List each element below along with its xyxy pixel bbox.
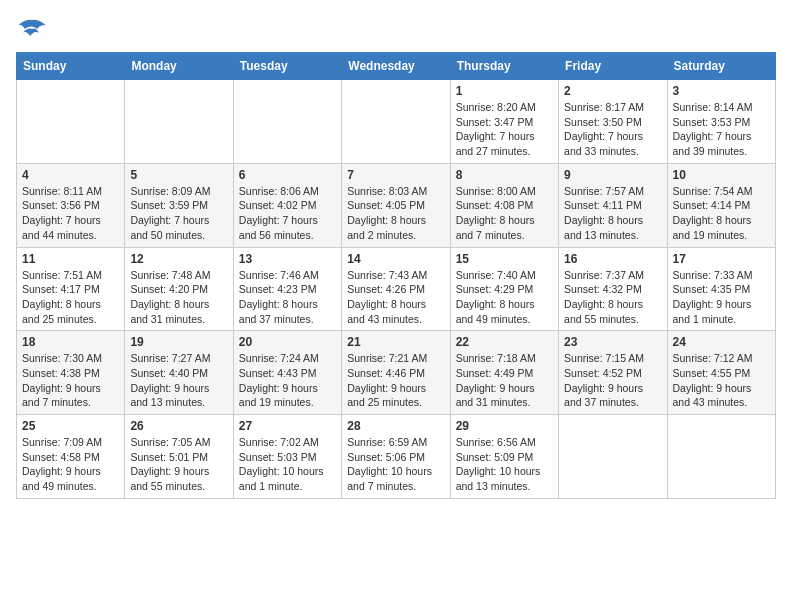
day-number: 9: [564, 168, 661, 182]
day-info: Sunrise: 6:59 AM Sunset: 5:06 PM Dayligh…: [347, 435, 444, 494]
day-info: Sunrise: 7:48 AM Sunset: 4:20 PM Dayligh…: [130, 268, 227, 327]
weekday-header-monday: Monday: [125, 53, 233, 80]
calendar-cell: 19Sunrise: 7:27 AM Sunset: 4:40 PM Dayli…: [125, 331, 233, 415]
day-info: Sunrise: 7:15 AM Sunset: 4:52 PM Dayligh…: [564, 351, 661, 410]
day-number: 10: [673, 168, 770, 182]
calendar-cell: 11Sunrise: 7:51 AM Sunset: 4:17 PM Dayli…: [17, 247, 125, 331]
day-number: 14: [347, 252, 444, 266]
day-info: Sunrise: 7:57 AM Sunset: 4:11 PM Dayligh…: [564, 184, 661, 243]
calendar-cell: [125, 80, 233, 164]
day-info: Sunrise: 8:09 AM Sunset: 3:59 PM Dayligh…: [130, 184, 227, 243]
calendar-cell: 21Sunrise: 7:21 AM Sunset: 4:46 PM Dayli…: [342, 331, 450, 415]
weekday-header-wednesday: Wednesday: [342, 53, 450, 80]
day-info: Sunrise: 7:24 AM Sunset: 4:43 PM Dayligh…: [239, 351, 336, 410]
page-header: [16, 16, 776, 44]
calendar-cell: 15Sunrise: 7:40 AM Sunset: 4:29 PM Dayli…: [450, 247, 558, 331]
day-number: 26: [130, 419, 227, 433]
day-number: 5: [130, 168, 227, 182]
weekday-header-row: SundayMondayTuesdayWednesdayThursdayFrid…: [17, 53, 776, 80]
day-number: 24: [673, 335, 770, 349]
day-info: Sunrise: 7:05 AM Sunset: 5:01 PM Dayligh…: [130, 435, 227, 494]
day-info: Sunrise: 8:06 AM Sunset: 4:02 PM Dayligh…: [239, 184, 336, 243]
calendar-cell: 23Sunrise: 7:15 AM Sunset: 4:52 PM Dayli…: [559, 331, 667, 415]
day-number: 4: [22, 168, 119, 182]
day-number: 20: [239, 335, 336, 349]
weekday-header-saturday: Saturday: [667, 53, 775, 80]
day-number: 2: [564, 84, 661, 98]
day-info: Sunrise: 7:12 AM Sunset: 4:55 PM Dayligh…: [673, 351, 770, 410]
calendar-cell: 2Sunrise: 8:17 AM Sunset: 3:50 PM Daylig…: [559, 80, 667, 164]
calendar-cell: 12Sunrise: 7:48 AM Sunset: 4:20 PM Dayli…: [125, 247, 233, 331]
day-number: 28: [347, 419, 444, 433]
calendar-cell: 7Sunrise: 8:03 AM Sunset: 4:05 PM Daylig…: [342, 163, 450, 247]
calendar-cell: 20Sunrise: 7:24 AM Sunset: 4:43 PM Dayli…: [233, 331, 341, 415]
day-info: Sunrise: 7:09 AM Sunset: 4:58 PM Dayligh…: [22, 435, 119, 494]
day-info: Sunrise: 8:20 AM Sunset: 3:47 PM Dayligh…: [456, 100, 553, 159]
calendar-cell: 24Sunrise: 7:12 AM Sunset: 4:55 PM Dayli…: [667, 331, 775, 415]
calendar-week-row: 4Sunrise: 8:11 AM Sunset: 3:56 PM Daylig…: [17, 163, 776, 247]
day-number: 6: [239, 168, 336, 182]
calendar-cell: 13Sunrise: 7:46 AM Sunset: 4:23 PM Dayli…: [233, 247, 341, 331]
day-number: 3: [673, 84, 770, 98]
day-number: 16: [564, 252, 661, 266]
calendar-cell: [342, 80, 450, 164]
calendar-cell: 6Sunrise: 8:06 AM Sunset: 4:02 PM Daylig…: [233, 163, 341, 247]
calendar-cell: [233, 80, 341, 164]
day-number: 11: [22, 252, 119, 266]
day-info: Sunrise: 7:18 AM Sunset: 4:49 PM Dayligh…: [456, 351, 553, 410]
logo: [16, 16, 52, 44]
logo-icon: [16, 16, 48, 44]
day-info: Sunrise: 8:17 AM Sunset: 3:50 PM Dayligh…: [564, 100, 661, 159]
calendar-week-row: 25Sunrise: 7:09 AM Sunset: 4:58 PM Dayli…: [17, 415, 776, 499]
calendar-cell: 18Sunrise: 7:30 AM Sunset: 4:38 PM Dayli…: [17, 331, 125, 415]
day-number: 18: [22, 335, 119, 349]
calendar-cell: 1Sunrise: 8:20 AM Sunset: 3:47 PM Daylig…: [450, 80, 558, 164]
calendar-cell: [667, 415, 775, 499]
day-info: Sunrise: 7:43 AM Sunset: 4:26 PM Dayligh…: [347, 268, 444, 327]
calendar-cell: [559, 415, 667, 499]
day-info: Sunrise: 7:37 AM Sunset: 4:32 PM Dayligh…: [564, 268, 661, 327]
day-number: 17: [673, 252, 770, 266]
day-info: Sunrise: 7:02 AM Sunset: 5:03 PM Dayligh…: [239, 435, 336, 494]
day-number: 8: [456, 168, 553, 182]
day-number: 12: [130, 252, 227, 266]
day-number: 21: [347, 335, 444, 349]
calendar-cell: 4Sunrise: 8:11 AM Sunset: 3:56 PM Daylig…: [17, 163, 125, 247]
day-number: 7: [347, 168, 444, 182]
calendar-cell: 25Sunrise: 7:09 AM Sunset: 4:58 PM Dayli…: [17, 415, 125, 499]
day-info: Sunrise: 7:30 AM Sunset: 4:38 PM Dayligh…: [22, 351, 119, 410]
day-info: Sunrise: 6:56 AM Sunset: 5:09 PM Dayligh…: [456, 435, 553, 494]
calendar-cell: 29Sunrise: 6:56 AM Sunset: 5:09 PM Dayli…: [450, 415, 558, 499]
day-number: 25: [22, 419, 119, 433]
calendar-cell: 27Sunrise: 7:02 AM Sunset: 5:03 PM Dayli…: [233, 415, 341, 499]
calendar-table: SundayMondayTuesdayWednesdayThursdayFrid…: [16, 52, 776, 499]
day-number: 15: [456, 252, 553, 266]
calendar-week-row: 18Sunrise: 7:30 AM Sunset: 4:38 PM Dayli…: [17, 331, 776, 415]
calendar-cell: 28Sunrise: 6:59 AM Sunset: 5:06 PM Dayli…: [342, 415, 450, 499]
calendar-cell: 8Sunrise: 8:00 AM Sunset: 4:08 PM Daylig…: [450, 163, 558, 247]
calendar-cell: 14Sunrise: 7:43 AM Sunset: 4:26 PM Dayli…: [342, 247, 450, 331]
calendar-cell: [17, 80, 125, 164]
day-info: Sunrise: 8:14 AM Sunset: 3:53 PM Dayligh…: [673, 100, 770, 159]
weekday-header-tuesday: Tuesday: [233, 53, 341, 80]
calendar-cell: 3Sunrise: 8:14 AM Sunset: 3:53 PM Daylig…: [667, 80, 775, 164]
day-number: 22: [456, 335, 553, 349]
calendar-week-row: 11Sunrise: 7:51 AM Sunset: 4:17 PM Dayli…: [17, 247, 776, 331]
calendar-cell: 16Sunrise: 7:37 AM Sunset: 4:32 PM Dayli…: [559, 247, 667, 331]
day-info: Sunrise: 7:46 AM Sunset: 4:23 PM Dayligh…: [239, 268, 336, 327]
weekday-header-thursday: Thursday: [450, 53, 558, 80]
day-info: Sunrise: 8:00 AM Sunset: 4:08 PM Dayligh…: [456, 184, 553, 243]
calendar-cell: 9Sunrise: 7:57 AM Sunset: 4:11 PM Daylig…: [559, 163, 667, 247]
day-info: Sunrise: 7:54 AM Sunset: 4:14 PM Dayligh…: [673, 184, 770, 243]
day-number: 19: [130, 335, 227, 349]
weekday-header-friday: Friday: [559, 53, 667, 80]
day-number: 27: [239, 419, 336, 433]
calendar-cell: 5Sunrise: 8:09 AM Sunset: 3:59 PM Daylig…: [125, 163, 233, 247]
day-number: 13: [239, 252, 336, 266]
day-info: Sunrise: 7:21 AM Sunset: 4:46 PM Dayligh…: [347, 351, 444, 410]
calendar-cell: 22Sunrise: 7:18 AM Sunset: 4:49 PM Dayli…: [450, 331, 558, 415]
day-number: 1: [456, 84, 553, 98]
day-number: 29: [456, 419, 553, 433]
weekday-header-sunday: Sunday: [17, 53, 125, 80]
calendar-cell: 17Sunrise: 7:33 AM Sunset: 4:35 PM Dayli…: [667, 247, 775, 331]
